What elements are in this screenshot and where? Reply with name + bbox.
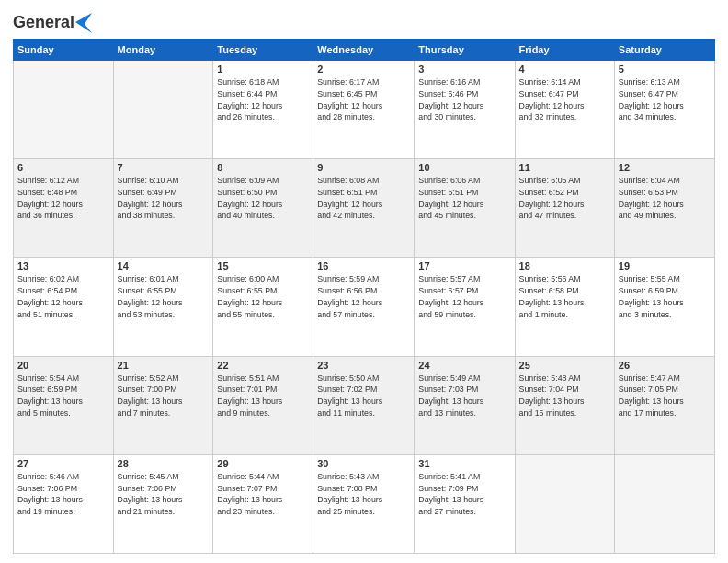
calendar-cell: 23Sunrise: 5:50 AM Sunset: 7:02 PM Dayli… (313, 356, 415, 454)
calendar-cell (113, 61, 213, 159)
logo: General (13, 13, 92, 33)
day-number: 26 (619, 360, 711, 371)
calendar-cell: 30Sunrise: 5:43 AM Sunset: 7:08 PM Dayli… (313, 454, 415, 553)
day-number: 10 (418, 162, 510, 173)
day-info: Sunrise: 5:44 AM Sunset: 7:07 PM Dayligh… (217, 471, 309, 518)
day-number: 22 (217, 360, 309, 371)
day-info: Sunrise: 6:14 AM Sunset: 6:47 PM Dayligh… (519, 76, 610, 123)
calendar-cell: 11Sunrise: 6:05 AM Sunset: 6:52 PM Dayli… (515, 159, 614, 258)
day-info: Sunrise: 6:00 AM Sunset: 6:55 PM Dayligh… (217, 273, 309, 320)
day-number: 1 (217, 63, 309, 75)
calendar-week-row: 1Sunrise: 6:18 AM Sunset: 6:44 PM Daylig… (14, 61, 715, 159)
calendar-cell: 22Sunrise: 5:51 AM Sunset: 7:01 PM Dayli… (213, 356, 313, 454)
day-info: Sunrise: 5:59 AM Sunset: 6:56 PM Dayligh… (317, 273, 410, 320)
day-number: 23 (317, 360, 410, 371)
day-info: Sunrise: 6:02 AM Sunset: 6:54 PM Dayligh… (17, 273, 109, 320)
day-info: Sunrise: 6:10 AM Sunset: 6:49 PM Dayligh… (118, 175, 210, 222)
calendar-cell: 26Sunrise: 5:47 AM Sunset: 7:05 PM Dayli… (614, 356, 714, 454)
day-number: 13 (17, 260, 109, 271)
day-info: Sunrise: 5:43 AM Sunset: 7:08 PM Dayligh… (317, 471, 410, 518)
day-number: 18 (519, 260, 610, 271)
calendar-cell (515, 454, 614, 553)
day-info: Sunrise: 5:55 AM Sunset: 6:59 PM Dayligh… (619, 273, 711, 320)
logo-text-general: General (13, 14, 74, 32)
header: General (13, 9, 715, 33)
day-number: 20 (17, 360, 109, 371)
day-info: Sunrise: 6:08 AM Sunset: 6:51 PM Dayligh… (317, 175, 410, 222)
calendar-cell (14, 61, 114, 159)
calendar-cell: 20Sunrise: 5:54 AM Sunset: 6:59 PM Dayli… (14, 356, 114, 454)
col-header-tuesday: Tuesday (213, 40, 313, 61)
calendar-cell: 17Sunrise: 5:57 AM Sunset: 6:57 PM Dayli… (415, 258, 515, 356)
calendar-cell: 10Sunrise: 6:06 AM Sunset: 6:51 PM Dayli… (415, 159, 515, 258)
calendar-cell: 5Sunrise: 6:13 AM Sunset: 6:47 PM Daylig… (614, 61, 714, 159)
calendar-cell: 15Sunrise: 6:00 AM Sunset: 6:55 PM Dayli… (213, 258, 313, 356)
day-number: 9 (317, 162, 410, 173)
col-header-monday: Monday (113, 40, 213, 61)
calendar-cell: 9Sunrise: 6:08 AM Sunset: 6:51 PM Daylig… (313, 159, 415, 258)
calendar-cell: 13Sunrise: 6:02 AM Sunset: 6:54 PM Dayli… (14, 258, 114, 356)
day-number: 7 (118, 162, 210, 173)
day-info: Sunrise: 5:46 AM Sunset: 7:06 PM Dayligh… (17, 471, 109, 518)
calendar-cell: 27Sunrise: 5:46 AM Sunset: 7:06 PM Dayli… (14, 454, 114, 553)
calendar-week-row: 27Sunrise: 5:46 AM Sunset: 7:06 PM Dayli… (14, 454, 715, 553)
day-info: Sunrise: 6:18 AM Sunset: 6:44 PM Dayligh… (217, 76, 309, 123)
calendar-cell: 19Sunrise: 5:55 AM Sunset: 6:59 PM Dayli… (614, 258, 714, 356)
calendar-cell: 31Sunrise: 5:41 AM Sunset: 7:09 PM Dayli… (415, 454, 515, 553)
day-number: 5 (619, 63, 711, 75)
calendar-week-row: 13Sunrise: 6:02 AM Sunset: 6:54 PM Dayli… (14, 258, 715, 356)
calendar-week-row: 20Sunrise: 5:54 AM Sunset: 6:59 PM Dayli… (14, 356, 715, 454)
page: General SundayMondayTuesdayWednesdayThur… (0, 0, 728, 563)
calendar-cell: 21Sunrise: 5:52 AM Sunset: 7:00 PM Dayli… (113, 356, 213, 454)
calendar-cell (614, 454, 714, 553)
calendar-cell: 14Sunrise: 6:01 AM Sunset: 6:55 PM Dayli… (113, 258, 213, 356)
day-number: 4 (519, 63, 610, 75)
day-number: 17 (418, 260, 510, 271)
day-number: 24 (418, 360, 510, 371)
day-info: Sunrise: 5:45 AM Sunset: 7:06 PM Dayligh… (118, 471, 210, 518)
calendar-cell: 2Sunrise: 6:17 AM Sunset: 6:45 PM Daylig… (313, 61, 415, 159)
svg-marker-0 (75, 13, 92, 33)
day-number: 27 (17, 458, 109, 469)
day-number: 21 (118, 360, 210, 371)
day-number: 12 (619, 162, 711, 173)
calendar-cell: 24Sunrise: 5:49 AM Sunset: 7:03 PM Dayli… (415, 356, 515, 454)
day-info: Sunrise: 5:56 AM Sunset: 6:58 PM Dayligh… (519, 273, 610, 320)
day-info: Sunrise: 6:13 AM Sunset: 6:47 PM Dayligh… (619, 76, 711, 123)
day-number: 25 (519, 360, 610, 371)
day-number: 15 (217, 260, 309, 271)
calendar-cell: 25Sunrise: 5:48 AM Sunset: 7:04 PM Dayli… (515, 356, 614, 454)
day-number: 6 (17, 162, 109, 173)
calendar-cell: 3Sunrise: 6:16 AM Sunset: 6:46 PM Daylig… (415, 61, 515, 159)
day-number: 19 (619, 260, 711, 271)
calendar-cell: 18Sunrise: 5:56 AM Sunset: 6:58 PM Dayli… (515, 258, 614, 356)
calendar-cell: 1Sunrise: 6:18 AM Sunset: 6:44 PM Daylig… (213, 61, 313, 159)
day-number: 8 (217, 162, 309, 173)
day-info: Sunrise: 6:04 AM Sunset: 6:53 PM Dayligh… (619, 175, 711, 222)
day-number: 31 (418, 458, 510, 469)
logo-bird-icon (75, 13, 92, 33)
day-info: Sunrise: 6:17 AM Sunset: 6:45 PM Dayligh… (317, 76, 410, 123)
day-number: 30 (317, 458, 410, 469)
day-info: Sunrise: 5:49 AM Sunset: 7:03 PM Dayligh… (418, 373, 510, 419)
day-info: Sunrise: 6:16 AM Sunset: 6:46 PM Dayligh… (418, 76, 510, 123)
day-info: Sunrise: 5:50 AM Sunset: 7:02 PM Dayligh… (317, 373, 410, 419)
day-number: 11 (519, 162, 610, 173)
col-header-thursday: Thursday (415, 40, 515, 61)
calendar-cell: 4Sunrise: 6:14 AM Sunset: 6:47 PM Daylig… (515, 61, 614, 159)
day-info: Sunrise: 6:06 AM Sunset: 6:51 PM Dayligh… (418, 175, 510, 222)
day-info: Sunrise: 5:54 AM Sunset: 6:59 PM Dayligh… (17, 373, 109, 419)
day-info: Sunrise: 5:51 AM Sunset: 7:01 PM Dayligh… (217, 373, 309, 419)
calendar-cell: 29Sunrise: 5:44 AM Sunset: 7:07 PM Dayli… (213, 454, 313, 553)
day-number: 16 (317, 260, 410, 271)
col-header-saturday: Saturday (614, 40, 714, 61)
day-info: Sunrise: 6:01 AM Sunset: 6:55 PM Dayligh… (118, 273, 210, 320)
day-info: Sunrise: 5:48 AM Sunset: 7:04 PM Dayligh… (519, 373, 610, 419)
col-header-wednesday: Wednesday (313, 40, 415, 61)
col-header-friday: Friday (515, 40, 614, 61)
day-info: Sunrise: 5:41 AM Sunset: 7:09 PM Dayligh… (418, 471, 510, 518)
calendar-header-row: SundayMondayTuesdayWednesdayThursdayFrid… (14, 40, 715, 61)
day-info: Sunrise: 5:57 AM Sunset: 6:57 PM Dayligh… (418, 273, 510, 320)
day-number: 3 (418, 63, 510, 75)
calendar-cell: 12Sunrise: 6:04 AM Sunset: 6:53 PM Dayli… (614, 159, 714, 258)
